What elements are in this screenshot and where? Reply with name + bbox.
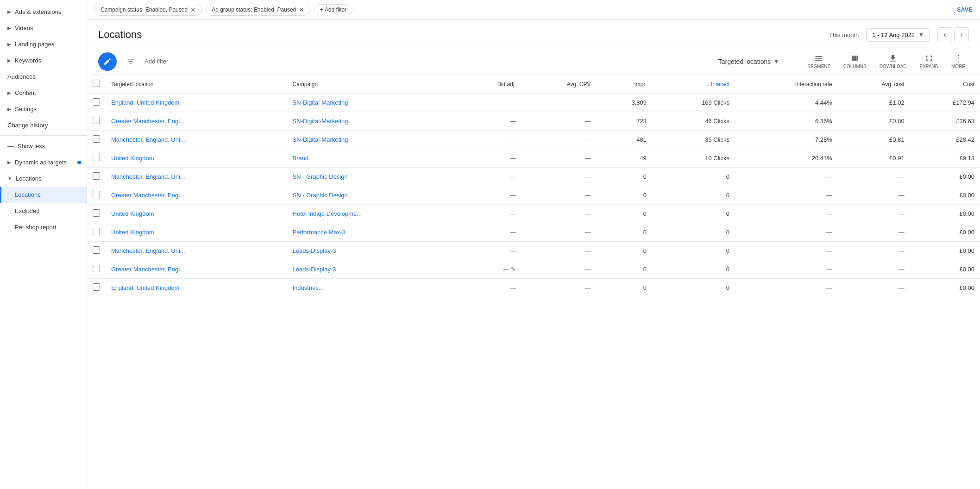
columns-button[interactable]: COLUMNS xyxy=(840,52,870,71)
more-button[interactable]: ⋮ MORE xyxy=(948,52,969,71)
campaign-cell[interactable]: Brand xyxy=(287,149,459,168)
campaign-link[interactable]: SN-Digital-Marketing xyxy=(293,136,348,143)
cost-cell: £0.00 xyxy=(910,260,980,279)
campaign-link[interactable]: Performance Max-3 xyxy=(293,229,346,236)
row-checkbox[interactable] xyxy=(93,209,100,217)
edit-button[interactable] xyxy=(98,52,117,71)
location-link[interactable]: United Kingdom xyxy=(111,229,154,236)
campaign-cell[interactable]: Performance Max-3 xyxy=(287,223,459,242)
row-checkbox[interactable] xyxy=(93,228,100,235)
campaign-link[interactable]: SN-Digital-Marketing xyxy=(293,118,348,125)
campaign-cell[interactable]: SN-Digital-Marketing xyxy=(287,94,459,112)
cost-header[interactable]: Cost xyxy=(910,75,980,94)
expand-button[interactable]: EXPAND xyxy=(916,52,942,71)
location-link[interactable]: England, United Kingdom xyxy=(111,99,179,106)
location-cell[interactable]: Greater Manchester, Engl... xyxy=(106,260,287,279)
row-checkbox[interactable] xyxy=(93,172,100,180)
campaign-status-filter[interactable]: Campaign status: Enabled, Paused ✕ xyxy=(94,4,202,16)
targeted-location-header[interactable]: Targeted location xyxy=(106,75,287,94)
location-link[interactable]: England, United Kingdom xyxy=(111,284,179,291)
location-cell[interactable]: Greater Manchester, Engl... xyxy=(106,112,287,131)
filter-icon-button[interactable] xyxy=(122,53,139,70)
campaign-cell[interactable]: SN-Digital-Marketing xyxy=(287,112,459,131)
cost-cell: £0.00 xyxy=(910,223,980,242)
select-all-checkbox[interactable] xyxy=(93,80,100,87)
campaign-link[interactable]: SN-Digital-Marketing xyxy=(293,99,348,106)
location-cell[interactable]: Manchester, England, Uni... xyxy=(106,131,287,149)
location-link[interactable]: Manchester, England, Uni... xyxy=(111,247,185,254)
sidebar-item-ads-extensions[interactable]: ▶ Ads & extensions xyxy=(0,4,87,20)
sidebar-item-locations[interactable]: Locations xyxy=(0,187,87,203)
location-cell[interactable]: United Kingdom xyxy=(106,205,287,223)
sidebar-item-videos[interactable]: ▶ Videos xyxy=(0,20,87,36)
impr-header[interactable]: Impr. xyxy=(597,75,653,94)
sidebar-item-audiences[interactable]: Audiences xyxy=(0,69,87,85)
sidebar-item-excluded[interactable]: Excluded xyxy=(0,203,87,219)
campaign-cell[interactable]: Leads-Display-3 xyxy=(287,260,459,279)
campaign-link[interactable]: Leads-Display-3 xyxy=(293,247,336,254)
location-link[interactable]: United Kingdom xyxy=(111,155,154,162)
sidebar-item-per-shop-report[interactable]: Per shop report xyxy=(0,219,87,235)
ad-group-status-filter[interactable]: Ad group status: Enabled, Paused ✕ xyxy=(206,4,310,16)
location-link[interactable]: Greater Manchester, Engl... xyxy=(111,192,185,199)
location-link[interactable]: Manchester, England, Uni... xyxy=(111,173,185,180)
sidebar-item-keywords[interactable]: ▶ Keywords xyxy=(0,52,87,69)
sidebar-item-locations-parent[interactable]: ▼ Locations xyxy=(0,170,87,187)
download-button[interactable]: DOWNLOAD xyxy=(876,52,911,71)
add-filter-chip[interactable]: + Add filter xyxy=(314,4,352,15)
campaign-link[interactable]: SN - Graphic Design xyxy=(293,192,348,199)
location-cell[interactable]: Manchester, England, Uni... xyxy=(106,168,287,186)
location-cell[interactable]: Manchester, England, Uni... xyxy=(106,242,287,260)
segment-button[interactable]: SEGMENT xyxy=(804,52,834,71)
row-checkbox[interactable] xyxy=(93,154,100,161)
row-checkbox[interactable] xyxy=(93,283,100,291)
location-cell[interactable]: United Kingdom xyxy=(106,223,287,242)
row-checkbox[interactable] xyxy=(93,265,100,272)
row-checkbox[interactable] xyxy=(93,246,100,254)
location-link[interactable]: United Kingdom xyxy=(111,210,154,217)
row-checkbox[interactable] xyxy=(93,135,100,143)
avg-cost-header[interactable]: Avg. cost xyxy=(838,75,910,94)
campaign-cell[interactable]: SN-Digital-Marketing xyxy=(287,131,459,149)
prev-arrow[interactable]: ‹ xyxy=(937,27,952,42)
campaign-cell[interactable]: SN - Graphic Design xyxy=(287,168,459,186)
campaign-link[interactable]: Industries... xyxy=(293,284,324,291)
sidebar-item-change-history[interactable]: Change history xyxy=(0,117,87,133)
campaign-cell[interactable]: SN - Graphic Design xyxy=(287,186,459,205)
next-arrow[interactable]: › xyxy=(954,27,969,42)
location-cell[interactable]: Greater Manchester, Engl... xyxy=(106,186,287,205)
bid-adj-header[interactable]: Bid adj. xyxy=(458,75,521,94)
location-cell[interactable]: England, United Kingdom xyxy=(106,279,287,297)
location-link[interactable]: Greater Manchester, Engl... xyxy=(111,266,185,273)
impr-value: 0 xyxy=(643,173,647,180)
campaign-cell[interactable]: Industries... xyxy=(287,279,459,297)
row-checkbox[interactable] xyxy=(93,191,100,198)
sidebar-item-settings[interactable]: ▶ Settings xyxy=(0,101,87,117)
sidebar-item-content[interactable]: ▶ Content xyxy=(0,85,87,101)
interaction-rate-header[interactable]: Interaction rate xyxy=(735,75,838,94)
impr-value: 0 xyxy=(643,247,647,254)
row-checkbox[interactable] xyxy=(93,98,100,106)
location-cell[interactable]: England, United Kingdom xyxy=(106,94,287,112)
close-icon[interactable]: ✕ xyxy=(299,6,304,13)
campaign-link[interactable]: Leads-Display-3 xyxy=(293,266,336,273)
sidebar-item-show-less[interactable]: — Show less xyxy=(0,138,87,154)
avg-cpv-header[interactable]: Avg. CPV xyxy=(521,75,597,94)
sidebar-item-landing-pages[interactable]: ▶ Landing pages xyxy=(0,36,87,52)
location-link[interactable]: Manchester, England, Uni... xyxy=(111,136,185,143)
close-icon[interactable]: ✕ xyxy=(190,6,196,13)
campaign-cell[interactable]: Leads-Display-3 xyxy=(287,242,459,260)
date-range-selector[interactable]: 1 - 12 Aug 2022 ▼ xyxy=(866,28,930,42)
location-link[interactable]: Greater Manchester, Engl... xyxy=(111,118,185,125)
campaign-header[interactable]: Campaign xyxy=(287,75,459,94)
campaign-link[interactable]: Brand xyxy=(293,155,309,162)
location-cell[interactable]: United Kingdom xyxy=(106,149,287,168)
campaign-link[interactable]: Hotel Indigo Developme... xyxy=(293,210,362,217)
campaign-link[interactable]: SN - Graphic Design xyxy=(293,173,348,180)
save-button[interactable]: SAVE xyxy=(957,6,973,13)
interact-header[interactable]: ↓ Interact xyxy=(652,75,735,94)
row-checkbox[interactable] xyxy=(93,117,100,124)
targeted-locations-dropdown[interactable]: Targeted locations ▼ xyxy=(713,55,785,68)
campaign-cell[interactable]: Hotel Indigo Developme... xyxy=(287,205,459,223)
sidebar-item-dynamic-ad-targets[interactable]: ▶ Dynamic ad targets xyxy=(0,154,87,170)
